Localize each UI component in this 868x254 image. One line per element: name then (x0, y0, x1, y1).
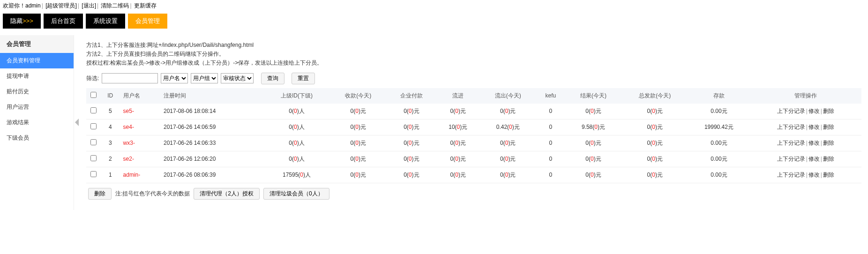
nav-home[interactable]: 后台首页 (44, 14, 83, 29)
user-cell: wx3- (120, 135, 161, 151)
data-cell: 0(0)元 (436, 104, 479, 120)
filter-input[interactable] (102, 73, 158, 83)
refresh-cache-link[interactable]: 更新缓存 (134, 2, 157, 9)
deposit-cell: 0.00元 (688, 104, 749, 120)
delete-link[interactable]: 删除 (823, 172, 834, 178)
data-cell: 0(0)元 (330, 104, 387, 120)
clean-garbage-button[interactable]: 清理垃圾会员（0人） (263, 188, 329, 200)
data-cell: 0(0)元 (387, 135, 436, 151)
sidebar-item[interactable]: 游戏结果 (0, 115, 74, 130)
checkbox-cell (86, 119, 100, 135)
log-link[interactable]: 上下分记录 (777, 172, 805, 178)
log-link[interactable]: 上下分记录 (777, 124, 805, 130)
sidebar-item[interactable]: 会员资料管理 (0, 53, 74, 68)
hide-button[interactable]: 隐藏>>> (3, 14, 41, 29)
sidebar-title: 会员管理 (0, 35, 74, 53)
table-row: 4se4-2017-06-26 14:06:590(0)人0(0)元0(0)元1… (86, 119, 861, 135)
sidebar-item[interactable]: 用户运营 (0, 99, 74, 115)
checkbox-cell (86, 151, 100, 167)
sidebar-item[interactable]: 赔付历史 (0, 84, 74, 99)
row-checkbox[interactable] (90, 123, 97, 129)
delete-link[interactable]: 删除 (823, 124, 834, 130)
data-cell: 0(0)元 (621, 119, 688, 135)
data-cell: 0(0)元 (387, 167, 436, 183)
username-link[interactable]: se2- (123, 156, 134, 162)
data-cell: 0(0)元 (621, 167, 688, 183)
edit-link[interactable]: 修改 (808, 108, 820, 114)
delete-link[interactable]: 删除 (823, 156, 834, 162)
row-checkbox[interactable] (90, 171, 97, 177)
edit-link[interactable]: 修改 (808, 124, 820, 130)
separator: | (97, 2, 98, 9)
id-cell: 1 (100, 167, 120, 183)
deposit-cell: 0.00元 (688, 135, 749, 151)
logout-link[interactable]: [退出] (82, 2, 96, 9)
reset-button[interactable]: 重置 (292, 73, 315, 84)
data-cell: 0(0)元 (479, 135, 536, 151)
sidebar-item[interactable]: 提现申请 (0, 68, 74, 84)
row-checkbox[interactable] (90, 139, 97, 145)
role-link[interactable]: [超级管理员] (45, 2, 77, 9)
column-header: 用户名 (120, 88, 161, 104)
log-link[interactable]: 上下分记录 (777, 156, 805, 162)
regtime-cell: 2017-06-26 12:06:20 (161, 151, 263, 167)
log-link[interactable]: 上下分记录 (777, 140, 805, 146)
deposit-cell: 0.00元 (688, 167, 749, 183)
checkbox-cell (86, 104, 100, 120)
username-link[interactable]: se4- (123, 124, 134, 130)
delete-link[interactable]: 删除 (823, 140, 834, 146)
query-button[interactable]: 查询 (261, 73, 284, 84)
username-link[interactable]: admin- (123, 172, 141, 178)
sidebar-item[interactable]: 下级会员 (0, 130, 74, 146)
data-cell: 0(0)元 (565, 167, 622, 183)
clean-agent-button[interactable]: 清理代理（2人）授权 (194, 188, 260, 200)
username-select[interactable]: 用户名 (161, 73, 188, 83)
log-link[interactable]: 上下分记录 (777, 108, 805, 114)
column-header: kefu (536, 88, 565, 104)
deposit-cell: 0.00元 (688, 151, 749, 167)
data-cell: 0(0)元 (330, 151, 387, 167)
regtime-cell: 2017-06-26 14:06:33 (161, 135, 263, 151)
edit-link[interactable]: 修改 (808, 172, 820, 178)
column-header: 上级ID(下级) (263, 88, 330, 104)
data-cell: 0(0)元 (330, 119, 387, 135)
table-row: 1admin-2017-06-26 08:06:3917595(0)人0(0)元… (86, 167, 861, 183)
usergroup-select[interactable]: 用户组 (191, 73, 218, 83)
nav-system[interactable]: 系统设置 (86, 14, 125, 29)
separator: | (130, 2, 131, 9)
edit-link[interactable]: 修改 (808, 140, 820, 146)
table-row: 5se5-2017-08-06 18:08:140(0)人0(0)元0(0)元0… (86, 104, 861, 120)
column-header: 流出(今天) (479, 88, 536, 104)
main-content: 方法1、上下分客服连接:网址+/index.php/User/Daili/sha… (80, 35, 868, 210)
ops-cell: 上下分记录|修改|删除 (750, 167, 861, 183)
data-cell: 0(0)元 (565, 135, 622, 151)
row-checkbox[interactable] (90, 107, 97, 113)
username-link[interactable]: wx3- (123, 140, 135, 146)
data-cell: 0.42(0)元 (479, 119, 536, 135)
table-body: 5se5-2017-08-06 18:08:140(0)人0(0)元0(0)元0… (86, 104, 861, 183)
audit-select[interactable]: 审核状态 (221, 73, 254, 83)
nav-member[interactable]: 会员管理 (128, 14, 167, 29)
checkbox-cell (86, 135, 100, 151)
username-link[interactable]: se5- (123, 108, 134, 114)
collapse-handle[interactable] (74, 35, 80, 210)
help-line: 方法2、上下分员直接扫描会员的二维码继续下分操作。 (86, 50, 861, 59)
bottom-note: 注:括号红色字代表今天的数据 (115, 190, 190, 198)
ops-cell: 上下分记录|修改|删除 (750, 104, 861, 120)
checkbox-cell (86, 167, 100, 183)
delete-button[interactable]: 删除 (88, 188, 112, 200)
data-cell: 0(0)元 (387, 119, 436, 135)
data-cell: 0(0)元 (621, 151, 688, 167)
edit-link[interactable]: 修改 (808, 156, 820, 162)
select-all-checkbox[interactable] (90, 92, 97, 98)
regtime-cell: 2017-08-06 18:08:14 (161, 104, 263, 120)
clear-qr-link[interactable]: 清除二维码 (101, 2, 129, 9)
column-header: 收款(今天) (330, 88, 387, 104)
table-header-row: ID用户名注册时间上级ID(下级)收款(今天)企业付款流进流出(今天)kefu结… (86, 88, 861, 104)
help-line: 方法1、上下分客服连接:网址+/index.php/User/Daili/sha… (86, 41, 861, 50)
column-header: 总发款(今天) (621, 88, 688, 104)
id-cell: 3 (100, 135, 120, 151)
row-checkbox[interactable] (90, 155, 97, 161)
delete-link[interactable]: 删除 (823, 108, 834, 114)
kefu-cell: 0 (536, 151, 565, 167)
